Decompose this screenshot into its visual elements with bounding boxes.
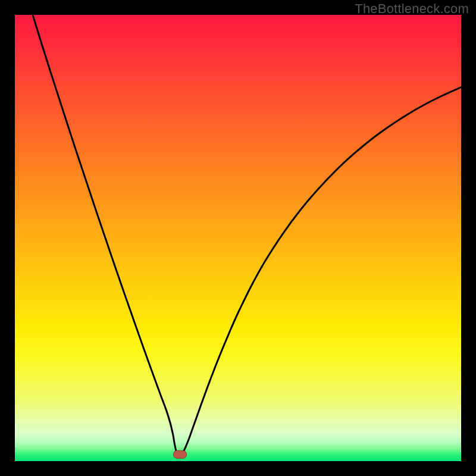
chart-stage: TheBottleneck.com: [0, 0, 476, 476]
bottleneck-chart: [0, 0, 476, 476]
watermark-text: TheBottleneck.com: [355, 1, 469, 17]
plot-area: [15, 15, 461, 461]
optimum-marker: [174, 450, 187, 458]
